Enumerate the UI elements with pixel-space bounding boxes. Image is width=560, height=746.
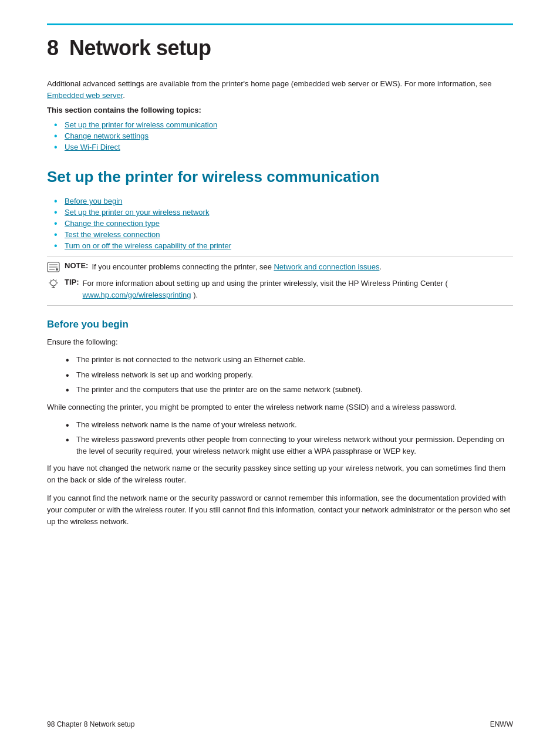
wireless-printing-link[interactable]: www.hp.com/go/wirelessprinting xyxy=(83,291,191,299)
toc-link-2[interactable]: Change network settings xyxy=(65,131,149,140)
svg-point-4 xyxy=(56,268,58,271)
section-intro: This section contains the following topi… xyxy=(47,106,513,114)
s1-toc-item-3: Change the connection type xyxy=(65,219,513,228)
subsection1-heading: Before you begin xyxy=(47,319,513,330)
note-icon xyxy=(47,262,60,274)
para1-text: While connecting the printer, you might … xyxy=(47,401,513,413)
bullet2-item-2: The wireless password prevents other peo… xyxy=(76,434,513,457)
bullets1-list: The printer is not connected to the netw… xyxy=(47,354,513,396)
s1-toc-link-2[interactable]: Set up the printer on your wireless netw… xyxy=(65,208,209,217)
footer-left: 98 Chapter 8 Network setup xyxy=(47,720,134,728)
s1-toc-link-1[interactable]: Before you begin xyxy=(65,197,122,205)
toc-link-1[interactable]: Set up the printer for wireless communic… xyxy=(65,120,217,129)
toc-link-3[interactable]: Use Wi-Fi Direct xyxy=(65,143,120,151)
toc-item-3: Use Wi-Fi Direct xyxy=(65,143,513,151)
para2-text: If you have not changed the network name… xyxy=(47,463,513,486)
s1-toc-item-4: Test the wireless connection xyxy=(65,230,513,239)
intro-text-1: Additional advanced settings are availab… xyxy=(47,79,492,88)
s1-toc-link-3[interactable]: Change the connection type xyxy=(65,219,160,228)
bullet1-item-3: The printer and the computers that use t… xyxy=(76,384,513,396)
note-row: NOTE: If you encounter problems connecti… xyxy=(47,261,513,274)
s1-toc-link-5[interactable]: Turn on or off the wireless capability o… xyxy=(65,241,231,250)
note-text: If you encounter problems connecting the… xyxy=(92,261,382,273)
svg-line-11 xyxy=(50,280,50,281)
s1-toc-item-5: Turn on or off the wireless capability o… xyxy=(65,241,513,250)
bullet1-item-2: The wireless network is set up and worki… xyxy=(76,369,513,381)
tip-row: TIP: For more information about setting … xyxy=(47,278,513,301)
page: 8Network setup Additional advanced setti… xyxy=(0,0,560,746)
para3-text: If you cannot find the network name or t… xyxy=(47,492,513,528)
tip-text: For more information about setting up an… xyxy=(83,278,513,301)
chapter-title: Network setup xyxy=(69,36,211,60)
embedded-web-server-link[interactable]: Embedded web server xyxy=(47,91,123,100)
network-issues-link[interactable]: Network and connection issues xyxy=(274,262,379,271)
page-footer: 98 Chapter 8 Network setup ENWW xyxy=(47,720,513,728)
section1-toc-list: Before you begin Set up the printer on y… xyxy=(47,197,513,250)
chapter-header: 8Network setup xyxy=(47,23,513,60)
note-label: NOTE: xyxy=(65,261,88,270)
svg-point-5 xyxy=(50,280,56,286)
s1-toc-item-1: Before you begin xyxy=(65,197,513,205)
section1-heading: Set up the printer for wireless communic… xyxy=(47,168,513,186)
toc-item-2: Change network settings xyxy=(65,131,513,140)
tip-label: TIP: xyxy=(65,278,79,286)
s1-toc-link-4[interactable]: Test the wireless connection xyxy=(65,230,160,239)
toc-list: Set up the printer for wireless communic… xyxy=(47,120,513,151)
toc-item-1: Set up the printer for wireless communic… xyxy=(65,120,513,129)
svg-line-12 xyxy=(56,280,56,281)
chapter-number: 8 xyxy=(47,36,59,60)
note-tip-box: NOTE: If you encounter problems connecti… xyxy=(47,256,513,306)
ensure-text: Ensure the following: xyxy=(47,336,513,348)
footer-right: ENWW xyxy=(490,720,513,728)
bullets2-list: The wireless network name is the name of… xyxy=(47,419,513,457)
intro-paragraph: Additional advanced settings are availab… xyxy=(47,78,513,101)
bullet1-item-1: The printer is not connected to the netw… xyxy=(76,354,513,366)
intro-text-1-end: . xyxy=(123,91,125,100)
s1-toc-item-2: Set up the printer on your wireless netw… xyxy=(65,208,513,217)
bullet2-item-1: The wireless network name is the name of… xyxy=(76,419,513,431)
tip-icon xyxy=(47,278,60,291)
